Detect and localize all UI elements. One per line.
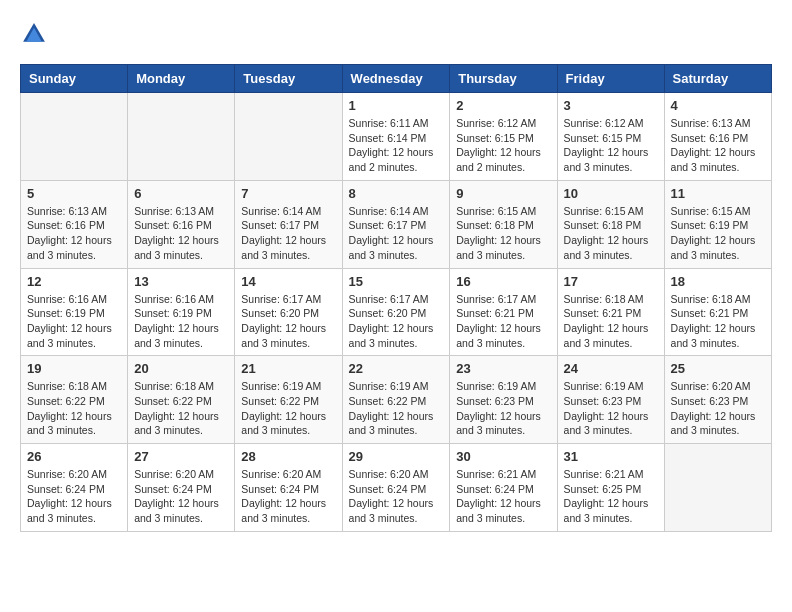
day-info: Sunrise: 6:15 AM Sunset: 6:18 PM Dayligh… — [456, 204, 550, 263]
calendar-cell: 7Sunrise: 6:14 AM Sunset: 6:17 PM Daylig… — [235, 180, 342, 268]
day-info: Sunrise: 6:14 AM Sunset: 6:17 PM Dayligh… — [241, 204, 335, 263]
calendar-cell: 23Sunrise: 6:19 AM Sunset: 6:23 PM Dayli… — [450, 356, 557, 444]
day-number: 2 — [456, 98, 550, 113]
calendar-cell: 30Sunrise: 6:21 AM Sunset: 6:24 PM Dayli… — [450, 444, 557, 532]
calendar-week-row: 5Sunrise: 6:13 AM Sunset: 6:16 PM Daylig… — [21, 180, 772, 268]
day-number: 27 — [134, 449, 228, 464]
day-info: Sunrise: 6:11 AM Sunset: 6:14 PM Dayligh… — [349, 116, 444, 175]
calendar-cell: 21Sunrise: 6:19 AM Sunset: 6:22 PM Dayli… — [235, 356, 342, 444]
calendar-table: SundayMondayTuesdayWednesdayThursdayFrid… — [20, 64, 772, 532]
day-info: Sunrise: 6:20 AM Sunset: 6:24 PM Dayligh… — [134, 467, 228, 526]
day-number: 16 — [456, 274, 550, 289]
calendar-week-row: 19Sunrise: 6:18 AM Sunset: 6:22 PM Dayli… — [21, 356, 772, 444]
day-number: 7 — [241, 186, 335, 201]
day-number: 9 — [456, 186, 550, 201]
day-number: 4 — [671, 98, 765, 113]
day-number: 18 — [671, 274, 765, 289]
day-info: Sunrise: 6:21 AM Sunset: 6:25 PM Dayligh… — [564, 467, 658, 526]
day-number: 21 — [241, 361, 335, 376]
day-info: Sunrise: 6:17 AM Sunset: 6:21 PM Dayligh… — [456, 292, 550, 351]
day-number: 23 — [456, 361, 550, 376]
calendar-cell: 6Sunrise: 6:13 AM Sunset: 6:16 PM Daylig… — [128, 180, 235, 268]
weekday-header: Monday — [128, 65, 235, 93]
calendar-cell: 16Sunrise: 6:17 AM Sunset: 6:21 PM Dayli… — [450, 268, 557, 356]
day-info: Sunrise: 6:19 AM Sunset: 6:22 PM Dayligh… — [349, 379, 444, 438]
weekday-header: Wednesday — [342, 65, 450, 93]
day-info: Sunrise: 6:18 AM Sunset: 6:22 PM Dayligh… — [134, 379, 228, 438]
day-info: Sunrise: 6:16 AM Sunset: 6:19 PM Dayligh… — [27, 292, 121, 351]
day-info: Sunrise: 6:13 AM Sunset: 6:16 PM Dayligh… — [134, 204, 228, 263]
weekday-header: Saturday — [664, 65, 771, 93]
calendar-cell: 4Sunrise: 6:13 AM Sunset: 6:16 PM Daylig… — [664, 93, 771, 181]
day-info: Sunrise: 6:20 AM Sunset: 6:24 PM Dayligh… — [27, 467, 121, 526]
weekday-header: Sunday — [21, 65, 128, 93]
day-info: Sunrise: 6:17 AM Sunset: 6:20 PM Dayligh… — [349, 292, 444, 351]
calendar-cell: 27Sunrise: 6:20 AM Sunset: 6:24 PM Dayli… — [128, 444, 235, 532]
calendar-cell: 29Sunrise: 6:20 AM Sunset: 6:24 PM Dayli… — [342, 444, 450, 532]
calendar-cell: 2Sunrise: 6:12 AM Sunset: 6:15 PM Daylig… — [450, 93, 557, 181]
day-number: 30 — [456, 449, 550, 464]
page-header — [20, 20, 772, 48]
calendar-cell: 26Sunrise: 6:20 AM Sunset: 6:24 PM Dayli… — [21, 444, 128, 532]
calendar-cell: 8Sunrise: 6:14 AM Sunset: 6:17 PM Daylig… — [342, 180, 450, 268]
day-number: 26 — [27, 449, 121, 464]
calendar-cell: 31Sunrise: 6:21 AM Sunset: 6:25 PM Dayli… — [557, 444, 664, 532]
day-info: Sunrise: 6:17 AM Sunset: 6:20 PM Dayligh… — [241, 292, 335, 351]
day-number: 29 — [349, 449, 444, 464]
day-number: 19 — [27, 361, 121, 376]
calendar-cell: 1Sunrise: 6:11 AM Sunset: 6:14 PM Daylig… — [342, 93, 450, 181]
calendar-cell: 5Sunrise: 6:13 AM Sunset: 6:16 PM Daylig… — [21, 180, 128, 268]
day-number: 17 — [564, 274, 658, 289]
weekday-header: Tuesday — [235, 65, 342, 93]
day-number: 25 — [671, 361, 765, 376]
day-number: 12 — [27, 274, 121, 289]
day-info: Sunrise: 6:19 AM Sunset: 6:22 PM Dayligh… — [241, 379, 335, 438]
calendar-week-row: 1Sunrise: 6:11 AM Sunset: 6:14 PM Daylig… — [21, 93, 772, 181]
day-number: 24 — [564, 361, 658, 376]
calendar-cell: 10Sunrise: 6:15 AM Sunset: 6:18 PM Dayli… — [557, 180, 664, 268]
day-info: Sunrise: 6:18 AM Sunset: 6:21 PM Dayligh… — [671, 292, 765, 351]
calendar-cell: 19Sunrise: 6:18 AM Sunset: 6:22 PM Dayli… — [21, 356, 128, 444]
day-info: Sunrise: 6:21 AM Sunset: 6:24 PM Dayligh… — [456, 467, 550, 526]
calendar-cell: 11Sunrise: 6:15 AM Sunset: 6:19 PM Dayli… — [664, 180, 771, 268]
day-number: 22 — [349, 361, 444, 376]
day-info: Sunrise: 6:13 AM Sunset: 6:16 PM Dayligh… — [671, 116, 765, 175]
calendar-cell: 25Sunrise: 6:20 AM Sunset: 6:23 PM Dayli… — [664, 356, 771, 444]
day-number: 1 — [349, 98, 444, 113]
day-number: 31 — [564, 449, 658, 464]
day-info: Sunrise: 6:12 AM Sunset: 6:15 PM Dayligh… — [564, 116, 658, 175]
logo — [20, 20, 54, 48]
day-info: Sunrise: 6:15 AM Sunset: 6:18 PM Dayligh… — [564, 204, 658, 263]
calendar-header-row: SundayMondayTuesdayWednesdayThursdayFrid… — [21, 65, 772, 93]
day-info: Sunrise: 6:19 AM Sunset: 6:23 PM Dayligh… — [456, 379, 550, 438]
day-number: 14 — [241, 274, 335, 289]
logo-icon — [20, 20, 48, 48]
calendar-cell: 24Sunrise: 6:19 AM Sunset: 6:23 PM Dayli… — [557, 356, 664, 444]
day-number: 8 — [349, 186, 444, 201]
calendar-cell: 14Sunrise: 6:17 AM Sunset: 6:20 PM Dayli… — [235, 268, 342, 356]
day-number: 15 — [349, 274, 444, 289]
calendar-cell: 3Sunrise: 6:12 AM Sunset: 6:15 PM Daylig… — [557, 93, 664, 181]
day-number: 28 — [241, 449, 335, 464]
calendar-cell: 15Sunrise: 6:17 AM Sunset: 6:20 PM Dayli… — [342, 268, 450, 356]
day-info: Sunrise: 6:12 AM Sunset: 6:15 PM Dayligh… — [456, 116, 550, 175]
weekday-header: Friday — [557, 65, 664, 93]
calendar-week-row: 12Sunrise: 6:16 AM Sunset: 6:19 PM Dayli… — [21, 268, 772, 356]
weekday-header: Thursday — [450, 65, 557, 93]
day-info: Sunrise: 6:20 AM Sunset: 6:23 PM Dayligh… — [671, 379, 765, 438]
calendar-cell — [235, 93, 342, 181]
day-info: Sunrise: 6:20 AM Sunset: 6:24 PM Dayligh… — [241, 467, 335, 526]
calendar-cell — [128, 93, 235, 181]
day-info: Sunrise: 6:14 AM Sunset: 6:17 PM Dayligh… — [349, 204, 444, 263]
calendar-cell: 18Sunrise: 6:18 AM Sunset: 6:21 PM Dayli… — [664, 268, 771, 356]
day-number: 5 — [27, 186, 121, 201]
calendar-cell — [664, 444, 771, 532]
calendar-cell: 28Sunrise: 6:20 AM Sunset: 6:24 PM Dayli… — [235, 444, 342, 532]
day-info: Sunrise: 6:16 AM Sunset: 6:19 PM Dayligh… — [134, 292, 228, 351]
calendar-cell: 17Sunrise: 6:18 AM Sunset: 6:21 PM Dayli… — [557, 268, 664, 356]
calendar-cell: 9Sunrise: 6:15 AM Sunset: 6:18 PM Daylig… — [450, 180, 557, 268]
day-info: Sunrise: 6:20 AM Sunset: 6:24 PM Dayligh… — [349, 467, 444, 526]
calendar-cell: 12Sunrise: 6:16 AM Sunset: 6:19 PM Dayli… — [21, 268, 128, 356]
calendar-cell: 20Sunrise: 6:18 AM Sunset: 6:22 PM Dayli… — [128, 356, 235, 444]
day-number: 11 — [671, 186, 765, 201]
